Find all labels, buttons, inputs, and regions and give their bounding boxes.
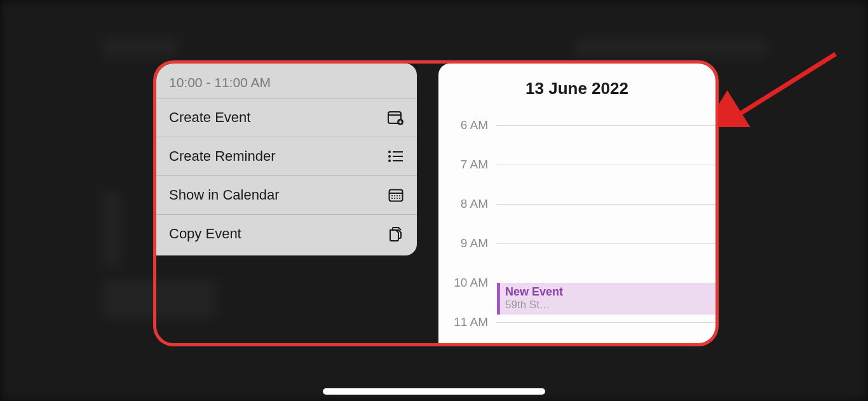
hour-line: [496, 243, 715, 244]
svg-rect-11: [390, 190, 403, 201]
time-row-11am: 11 AM: [438, 315, 715, 330]
menu-item-label: Show in Calendar: [169, 187, 280, 203]
menu-item-label: Copy Event: [169, 226, 241, 242]
svg-point-13: [391, 195, 393, 196]
time-label: 11 AM: [438, 315, 496, 329]
svg-point-17: [391, 198, 393, 199]
calendar-day-view: 13 June 2022 6 AM 7 AM 8 AM 9 AM 10 AM: [438, 64, 715, 343]
panel-gap: [417, 64, 438, 343]
event-popup: 10:00 - 11:00 AM Create Event Create Rem…: [153, 60, 719, 346]
svg-point-14: [394, 195, 395, 196]
time-label: 9 AM: [438, 236, 496, 250]
svg-point-9: [388, 160, 391, 162]
copy-icon: [388, 226, 404, 242]
time-grid[interactable]: 6 AM 7 AM 8 AM 9 AM 10 AM 11 AM: [438, 110, 715, 343]
menu-item-label: Create Reminder: [169, 148, 276, 165]
svg-point-16: [399, 195, 400, 196]
time-row-7am: 7 AM: [438, 157, 715, 172]
svg-point-7: [388, 155, 391, 158]
copy-event-item[interactable]: Copy Event: [156, 214, 417, 253]
calendar-plus-icon: [388, 109, 404, 126]
time-range-label: 10:00 - 11:00 AM: [156, 64, 417, 98]
list-icon: [388, 148, 404, 165]
hour-line: [496, 204, 715, 205]
time-row-9am: 9 AM: [438, 236, 715, 251]
show-in-calendar-item[interactable]: Show in Calendar: [156, 175, 417, 214]
home-indicator[interactable]: [323, 388, 545, 395]
time-label: 7 AM: [438, 158, 496, 172]
context-menu: 10:00 - 11:00 AM Create Event Create Rem…: [156, 64, 417, 255]
hour-line: [496, 165, 715, 165]
event-title: New Event: [505, 285, 710, 299]
svg-point-5: [388, 151, 391, 153]
time-label: 10 AM: [438, 276, 496, 290]
svg-point-20: [399, 198, 400, 199]
time-row-6am: 6 AM: [438, 118, 715, 133]
menu-item-label: Create Event: [169, 109, 250, 126]
svg-point-19: [397, 198, 398, 199]
time-label: 8 AM: [438, 197, 496, 211]
calendar-date-title: 13 June 2022: [438, 64, 715, 110]
time-row-8am: 8 AM: [438, 196, 715, 212]
event-location: 59th St…: [505, 299, 710, 311]
create-event-item[interactable]: Create Event: [156, 98, 417, 137]
calendar-event[interactable]: New Event 59th St…: [497, 283, 715, 315]
time-label: 6 AM: [438, 118, 496, 132]
hour-line: [496, 125, 715, 126]
calendar-icon: [388, 187, 404, 203]
svg-point-15: [397, 195, 398, 196]
hour-line: [496, 322, 715, 323]
create-reminder-item[interactable]: Create Reminder: [156, 137, 417, 175]
svg-point-18: [394, 198, 395, 199]
